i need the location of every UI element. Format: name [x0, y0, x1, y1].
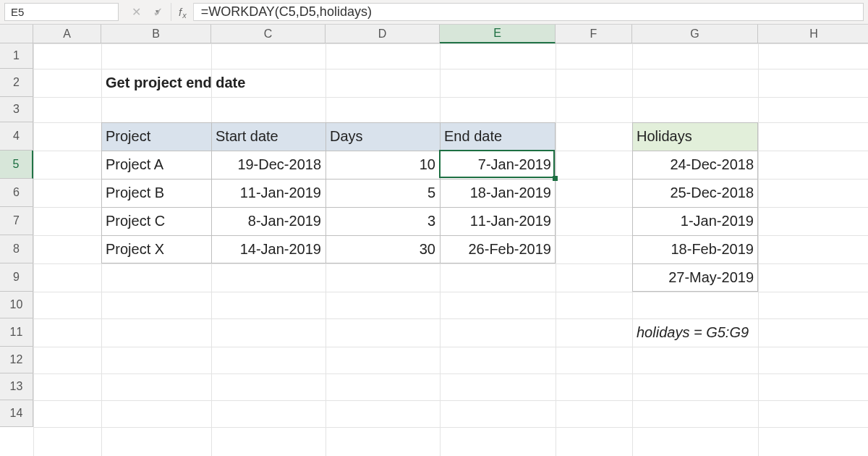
table-cell-start[interactable]: 11-Jan-2019 — [211, 179, 326, 207]
table-cell-end[interactable]: 18-Jan-2019 — [440, 179, 556, 207]
fx-x: x — [182, 11, 187, 20]
table-cell-days[interactable]: 30 — [326, 235, 440, 263]
name-box-wrapper[interactable]: ▼ — [4, 3, 119, 21]
formula-bar: ▼ ✕ ✓ fx — [0, 0, 868, 25]
row-header-2[interactable]: 2 — [0, 69, 33, 97]
column-header-H[interactable]: H — [758, 25, 868, 43]
table-cell-project[interactable]: Project X — [101, 235, 211, 263]
table-header[interactable]: Start date — [211, 122, 326, 151]
table-header[interactable]: Project — [101, 122, 211, 151]
row-header-7[interactable]: 7 — [0, 207, 33, 235]
table-header[interactable]: Days — [326, 122, 440, 151]
holidays-item[interactable]: 18-Feb-2019 — [632, 235, 758, 263]
table-cell-end[interactable]: 7-Jan-2019 — [440, 151, 556, 179]
row-header-12[interactable]: 12 — [0, 347, 33, 373]
row-header-8[interactable]: 8 — [0, 235, 33, 263]
named-range-note: holidays = G5:G9 — [632, 318, 868, 347]
table-cell-days[interactable]: 5 — [326, 179, 440, 207]
cancel-icon: ✕ — [130, 5, 142, 19]
table-cell-project[interactable]: Project A — [101, 151, 211, 179]
table-cell-end[interactable]: 11-Jan-2019 — [440, 207, 556, 235]
row-header-10[interactable]: 10 — [0, 292, 33, 318]
column-header-A[interactable]: A — [33, 25, 101, 43]
insert-function-button[interactable]: fx — [171, 3, 194, 21]
table-header[interactable]: End date — [440, 122, 556, 151]
page-title: Get project end date — [101, 69, 440, 97]
fx-f: f — [179, 6, 182, 18]
column-header-D[interactable]: D — [326, 25, 440, 43]
column-header-F[interactable]: F — [556, 25, 632, 43]
table-cell-project[interactable]: Project B — [101, 179, 211, 207]
table-cell-start[interactable]: 19-Dec-2018 — [211, 151, 326, 179]
holidays-header[interactable]: Holidays — [632, 122, 758, 151]
row-header-14[interactable]: 14 — [0, 400, 33, 427]
enter-icon: ✓ — [152, 4, 163, 20]
holidays-item[interactable]: 24-Dec-2018 — [632, 151, 758, 179]
column-header-E[interactable]: E — [440, 25, 556, 43]
row-headers: 1234567891011121314 — [0, 43, 33, 427]
formula-edit-buttons: ✕ ✓ — [123, 3, 171, 21]
row-header-6[interactable]: 6 — [0, 179, 33, 207]
row-header-4[interactable]: 4 — [0, 122, 33, 151]
select-all-corner[interactable] — [0, 25, 33, 43]
formula-input[interactable] — [194, 4, 863, 20]
column-header-C[interactable]: C — [211, 25, 326, 43]
row-header-1[interactable]: 1 — [0, 43, 33, 69]
column-headers: ABCDEFGH — [33, 25, 868, 43]
table-cell-project[interactable]: Project C — [101, 207, 211, 235]
table-cell-days[interactable]: 10 — [326, 151, 440, 179]
table-cell-end[interactable]: 26-Feb-2019 — [440, 235, 556, 263]
row-header-9[interactable]: 9 — [0, 263, 33, 292]
row-header-3[interactable]: 3 — [0, 97, 33, 122]
column-header-G[interactable]: G — [632, 25, 758, 43]
table-cell-start[interactable]: 8-Jan-2019 — [211, 207, 326, 235]
row-header-11[interactable]: 11 — [0, 318, 33, 347]
table-cell-days[interactable]: 3 — [326, 207, 440, 235]
holidays-item[interactable]: 1-Jan-2019 — [632, 207, 758, 235]
holidays-item[interactable]: 25-Dec-2018 — [632, 179, 758, 207]
formula-input-wrapper[interactable] — [194, 3, 864, 21]
table-cell-start[interactable]: 14-Jan-2019 — [211, 235, 326, 263]
row-header-13[interactable]: 13 — [0, 373, 33, 400]
worksheet[interactable]: ABCDEFGH 1234567891011121314 Get project… — [0, 25, 868, 456]
column-header-B[interactable]: B — [101, 25, 211, 43]
row-header-5[interactable]: 5 — [0, 151, 33, 179]
holidays-item[interactable]: 27-May-2019 — [632, 263, 758, 292]
